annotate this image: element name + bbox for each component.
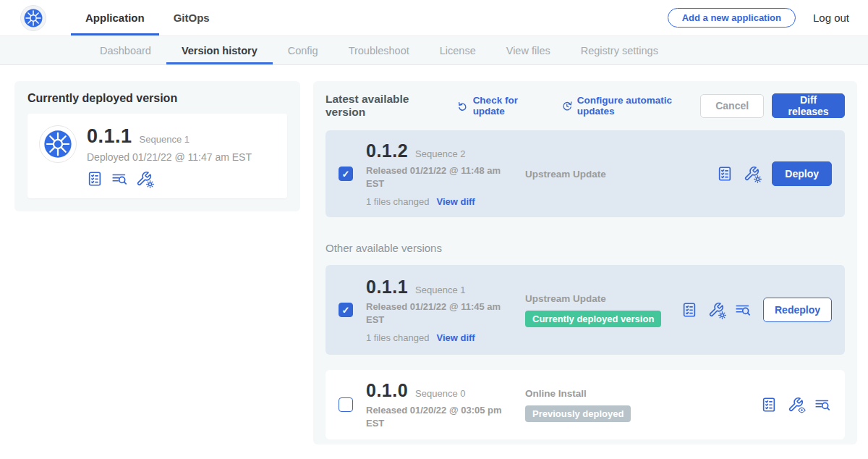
sequence-label: Sequence 1 xyxy=(415,285,465,295)
currently-deployed-title: Currently deployed version xyxy=(27,92,287,105)
deployed-sequence-label: Sequence 1 xyxy=(140,134,190,145)
released-timestamp: Released 01/21/22 @ 11:48 am EST xyxy=(366,164,503,190)
version-row-0-1-2: 0.1.2 Sequence 2 Released 01/21/22 @ 11:… xyxy=(326,130,845,217)
redeploy-button[interactable]: Redeploy xyxy=(763,298,832,322)
version-row-0-1-0: 0.1.0 Sequence 0 Released 01/20/22 @ 03:… xyxy=(326,370,845,439)
deployed-timestamp: Deployed 01/21/22 @ 11:47 am EST xyxy=(87,151,252,163)
diff-releases-button[interactable]: Diff releases xyxy=(772,93,845,118)
kubernetes-logo-icon xyxy=(20,5,46,31)
release-notes-icon[interactable] xyxy=(717,166,733,182)
logout-button[interactable]: Log out xyxy=(813,12,849,24)
subnav-registry-settings[interactable]: Registry settings xyxy=(566,36,673,64)
edit-config-icon[interactable] xyxy=(744,166,760,182)
version-source-label: Online Install xyxy=(525,388,761,399)
release-notes-icon[interactable] xyxy=(761,397,777,413)
other-versions-label: Other available versions xyxy=(326,242,845,254)
tab-application[interactable]: Application xyxy=(71,0,159,35)
currently-deployed-panel: Currently deployed version xyxy=(14,81,300,211)
release-notes-icon[interactable] xyxy=(681,302,697,318)
version-checkbox[interactable] xyxy=(339,303,353,317)
sequence-label: Sequence 2 xyxy=(415,148,465,159)
scheduled-update-icon xyxy=(561,100,573,112)
version-number: 0.1.2 xyxy=(366,140,408,161)
tab-gitops[interactable]: GitOps xyxy=(159,0,224,35)
application-icon xyxy=(39,125,77,163)
subnav-dashboard[interactable]: Dashboard xyxy=(85,36,166,64)
subnav-view-files[interactable]: View files xyxy=(491,36,566,64)
currently-deployed-card: 0.1.1 Sequence 1 Deployed 01/21/22 @ 11:… xyxy=(27,114,287,198)
version-source-label: Upstream Update xyxy=(525,293,681,304)
edit-config-icon[interactable] xyxy=(136,171,152,187)
files-changed-label: 1 files changed xyxy=(366,332,429,343)
version-checkbox[interactable] xyxy=(339,397,353,412)
check-for-update-link[interactable]: Check for update xyxy=(457,95,545,117)
refresh-icon xyxy=(457,100,469,112)
currently-deployed-badge: Currently deployed version xyxy=(525,311,661,327)
app-subnav: Dashboard Version history Config Trouble… xyxy=(0,36,868,65)
latest-available-title: Latest available version xyxy=(326,93,441,119)
version-row-0-1-1: 0.1.1 Sequence 1 Released 01/21/22 @ 11:… xyxy=(326,265,845,355)
edit-config-icon[interactable] xyxy=(708,302,724,318)
subnav-license[interactable]: License xyxy=(425,36,491,64)
view-diff-link[interactable]: View diff xyxy=(436,332,475,343)
deploy-button[interactable]: Deploy xyxy=(772,161,832,186)
view-diff-link[interactable]: View diff xyxy=(436,196,475,207)
release-notes-icon[interactable] xyxy=(87,171,103,187)
app-logo xyxy=(0,0,71,35)
deployed-version-number: 0.1.1 xyxy=(87,125,132,148)
version-history-panel: Latest available version Check for updat… xyxy=(313,81,857,445)
files-changed-label: 1 files changed xyxy=(366,196,429,207)
preflight-results-icon[interactable] xyxy=(735,302,751,318)
version-number: 0.1.1 xyxy=(366,277,408,298)
app-tabs: Application GitOps xyxy=(71,0,224,35)
add-new-application-button[interactable]: Add a new application xyxy=(668,8,796,28)
subnav-troubleshoot[interactable]: Troubleshoot xyxy=(333,36,425,64)
preflight-results-icon[interactable] xyxy=(814,397,830,413)
released-timestamp: Released 01/21/22 @ 11:45 am EST xyxy=(366,300,503,326)
version-source-label: Upstream Update xyxy=(525,169,717,180)
sequence-label: Sequence 0 xyxy=(415,388,465,399)
configure-automatic-updates-link[interactable]: Configure automatic updates xyxy=(561,95,700,117)
version-number: 0.1.0 xyxy=(366,380,408,401)
version-checkbox[interactable] xyxy=(339,167,353,181)
previously-deployed-badge: Previously deployed xyxy=(525,405,631,422)
released-timestamp: Released 01/20/22 @ 03:05 pm EST xyxy=(366,404,503,429)
cancel-button[interactable]: Cancel xyxy=(700,94,764,118)
preflight-results-icon[interactable] xyxy=(111,171,127,187)
top-header: Application GitOps Add a new application… xyxy=(0,0,868,36)
view-config-icon[interactable] xyxy=(788,397,804,413)
subnav-version-history[interactable]: Version history xyxy=(166,36,273,64)
subnav-config[interactable]: Config xyxy=(273,36,333,64)
